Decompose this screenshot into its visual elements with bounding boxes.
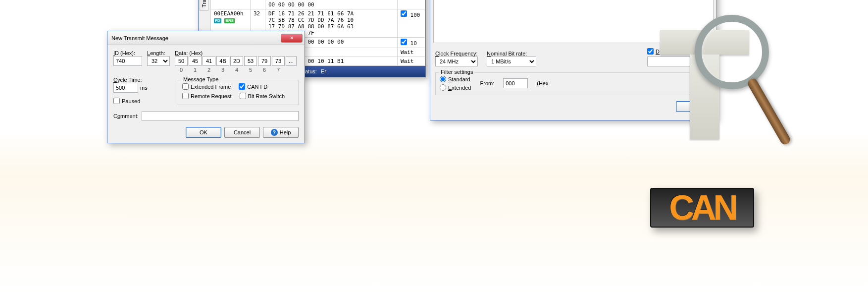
hex-label-1: (Hex <box>537 80 548 86</box>
message-type-legend: Message Type <box>181 76 220 82</box>
hex-byte-input[interactable]: 53 <box>244 56 257 66</box>
paused-checkbox[interactable]: Paused <box>113 98 140 104</box>
can-fd-checkbox[interactable]: CAN FD <box>239 83 267 90</box>
cancel-button[interactable]: Cancel <box>224 127 260 138</box>
hex-byte-input[interactable]: 45 <box>189 56 202 66</box>
dialog-title: New Transmit Message <box>109 35 280 41</box>
remote-request-checkbox[interactable]: Remote Request <box>182 93 232 99</box>
comment-input[interactable] <box>142 111 299 121</box>
filter-settings-legend: Filter settings <box>439 69 475 75</box>
cycle-label: Cycle Time: <box>113 77 173 83</box>
from-input[interactable] <box>503 78 528 88</box>
status-value: Er <box>321 68 326 74</box>
more-bytes-button[interactable]: … <box>286 56 297 66</box>
transmit-tab[interactable]: Transm <box>200 0 208 11</box>
clock-freq-label: CClock Frequency:lock Frequency: <box>435 51 478 57</box>
length-label: Length: <box>147 50 170 56</box>
from-label: From: <box>480 80 495 86</box>
extended-frame-checkbox[interactable]: Extended Frame <box>182 83 231 90</box>
id-input[interactable] <box>113 56 142 66</box>
nominal-bitrate-label: Nominal Bit rate: <box>487 51 536 57</box>
clock-freq-select[interactable]: 24 MHz <box>435 57 478 66</box>
id-label: ID (Hex): <box>113 50 142 56</box>
hex-byte-input[interactable]: 41 <box>203 56 215 66</box>
connection-window: PCAN-USB Pro FD: Device FFFFFFFFh, Chann… <box>430 0 717 120</box>
comment-label: Comment: <box>113 113 139 119</box>
hex-byte-input[interactable]: 2D <box>230 56 243 66</box>
table-row[interactable]: 740hFD BRS 3250 45 41 4B 2D 53 79 73 74 … <box>211 0 425 9</box>
filter-standard-radio[interactable]: Standard <box>440 76 471 82</box>
bit-rate-switch-checkbox[interactable]: Bit Rate Switch <box>240 93 285 99</box>
help-button[interactable]: ?Help <box>263 127 299 138</box>
close-icon[interactable]: ✕ <box>281 34 303 43</box>
magnifier-icon <box>695 15 769 89</box>
data-label: Data: (Hex) <box>175 50 297 56</box>
nominal-bitrate-select[interactable]: 1 MBit/s <box>487 57 536 66</box>
new-transmit-dialog: New Transmit Message ✕ ID (Hex): Length:… <box>107 31 305 143</box>
hex-byte-input[interactable]: 79 <box>258 56 271 66</box>
cycle-input[interactable] <box>113 83 138 93</box>
help-icon: ? <box>271 129 278 136</box>
ok-button[interactable]: OK <box>186 127 221 138</box>
length-select[interactable]: 32 <box>147 56 170 66</box>
can-logo: CAN <box>650 188 754 228</box>
ms-label: ms <box>140 85 148 91</box>
hex-byte-input[interactable]: 50 <box>175 56 188 66</box>
hex-byte-input[interactable]: 73 <box>272 56 285 66</box>
filter-extended-radio[interactable]: Extended <box>440 84 471 91</box>
hex-byte-input[interactable]: 4B <box>216 56 229 66</box>
